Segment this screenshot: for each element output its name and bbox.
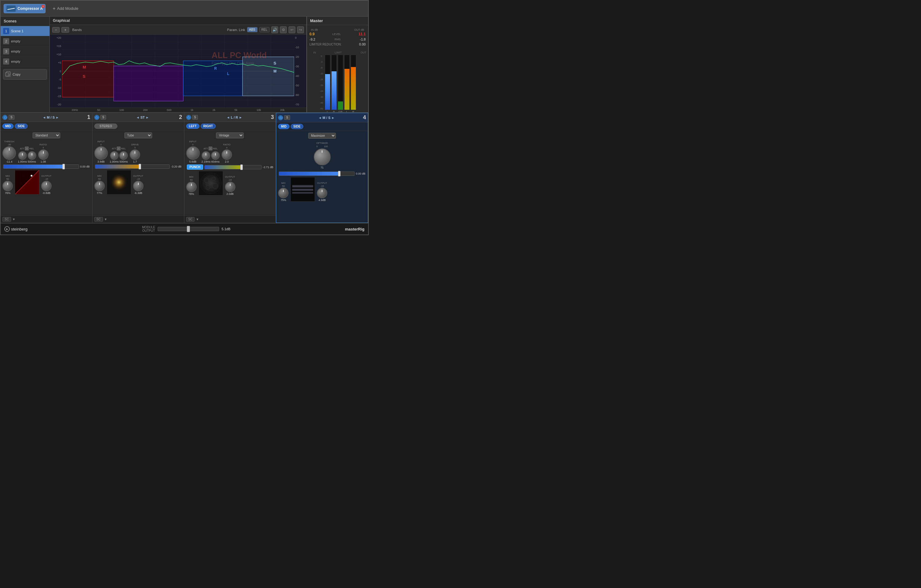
module-3-mix-knob[interactable] [186,182,197,192]
module-1-fader[interactable] [3,165,79,169]
module-2-fader[interactable] [95,165,170,169]
module-2-auto-btn[interactable]: A [117,147,120,150]
module-3-rel-knob[interactable] [211,151,220,160]
module-4-type-select[interactable]: Maximizer [308,133,336,138]
module-1-rel-knob[interactable] [28,151,36,160]
svg-text:M: M [83,65,86,70]
module-3-mode-buttons: LEFT RIGHT [184,122,276,130]
meter-bar-GR [338,101,343,110]
module-3-right-button[interactable]: RIGHT [201,124,216,129]
module-3-fader[interactable] [204,165,262,169]
module-1-mid-button[interactable]: MID [2,124,13,129]
abs-button[interactable]: ABS [247,27,257,32]
module-1-power-button[interactable]: ⏻ [2,115,7,120]
module-4-fader-value: 0.00 dB [356,172,365,175]
module-1-thresh-ratio: THRESH -30 -11.4 ATT A REL [2,140,90,163]
module-3-auto-btn[interactable]: A [209,147,212,150]
module-2-drive-knob[interactable] [130,149,140,160]
module-4-power-button[interactable]: ⏻ [278,115,283,120]
module-2-input-knob[interactable] [94,146,108,160]
redo-icon[interactable]: ↪ [297,26,304,33]
gear-icon[interactable]: ⚙ [280,26,287,33]
module-2-nav-left[interactable]: ◄ [136,116,140,119]
scene-item-4[interactable]: 4 empty [1,57,49,67]
module-1-side-button[interactable]: SIDE [15,124,28,129]
svg-text:ALL PC World: ALL PC World [212,51,267,60]
module-2-s-button[interactable]: S [101,115,106,120]
module-4-output-knob[interactable] [317,188,327,198]
module-4-optimize-knob[interactable] [314,148,331,165]
module-2-sc-arrow[interactable]: ▼ [104,218,107,221]
module-4-nav-left[interactable]: ◄ [318,116,322,120]
module-2-sc-button[interactable]: SC [94,217,103,222]
module-4-mix-knob[interactable] [278,188,288,198]
module-3-sc-arrow[interactable]: ▼ [196,218,199,221]
module-2-output-knob[interactable] [133,181,143,191]
module-2-stereo-button[interactable]: STEREO [94,124,117,129]
module-4-side-button[interactable]: SIDE [291,124,303,129]
module-3-nav-right[interactable]: ► [239,116,242,119]
module-2-header: ⏻ S ◄ ST ► 2 [93,113,184,122]
module-1-mode-text: M / S [47,116,55,119]
module-1-att-knob[interactable] [18,151,27,160]
module-3-output-knob[interactable] [225,182,235,192]
module-3-nav-left[interactable]: ◄ [226,116,230,119]
module-4-fader[interactable] [279,171,355,176]
module-1-fader-row: 0.00 dB [2,165,90,169]
module-1-sc-arrow[interactable]: ▼ [12,218,15,221]
scene-item-1[interactable]: 1 Scene 1 [1,26,49,36]
rel-button[interactable]: REL [259,27,270,32]
module-1-sc-button[interactable]: SC [2,217,11,222]
module-1-number: 1 [87,114,90,121]
module-4-nav-right[interactable]: ► [331,116,335,120]
module-3-s-button[interactable]: S [192,115,198,120]
module-2-rel-knob[interactable] [119,151,128,160]
module-3-sc-button[interactable]: SC [186,217,195,222]
module-3-power-button[interactable]: ⏻ [186,115,191,120]
module-4-header: ⏻ S ◄ M / S ► 4 [276,113,368,122]
eq-plus-button[interactable]: + [62,27,69,33]
scene-item-3[interactable]: 3 empty [1,46,49,57]
module-3-type-select[interactable]: Vintage [216,132,244,138]
module-1-nav-left[interactable]: ◄ [42,116,46,119]
module-2-type-select[interactable]: Tube [124,132,152,138]
module-1-s-button[interactable]: S [8,115,15,120]
module-1-thresh-knob[interactable] [2,146,16,160]
level-row: 0.9 LEVEL 11.1 [309,32,366,36]
module-1-auto-btn[interactable]: A [25,147,29,150]
module-1-mix-knob[interactable] [2,181,13,191]
meter-bar-L-in [325,74,330,110]
module-3-att-knob[interactable] [202,151,210,160]
module-1-ratio-knob[interactable] [38,149,49,160]
module-3-punch-button[interactable]: PUNCH [187,165,203,170]
undo-icon[interactable]: ↩ [288,26,295,33]
svg-point-46 [212,177,215,181]
module-4-s-button[interactable]: S [284,115,290,120]
module-1-type-select[interactable]: Standard [33,132,60,138]
module-2-nav-right[interactable]: ► [146,116,149,119]
meter-bar-R-out [351,67,356,110]
add-module-button[interactable]: + Add Module [50,5,81,13]
copy-button[interactable]: Copy [3,69,47,80]
module-2-power-button[interactable]: ⏻ [94,115,99,120]
rms-row: -9.2 RMS -1.8 [309,37,366,41]
eq-minus-button[interactable]: − [52,27,60,33]
module-3-ratio-knob[interactable] [221,149,232,160]
module-output-fader[interactable] [158,227,219,231]
module-3-input-ratio: INPUT 0 5.6dB ATT A REL [186,140,274,163]
scene-item-2[interactable]: 2 empty [1,36,49,46]
module-3-left-button[interactable]: LEFT [186,124,199,129]
module-2-att-knob[interactable] [110,151,119,160]
module-1-nav-right[interactable]: ► [55,116,59,119]
speaker-icon[interactable]: 🔊 [271,26,278,33]
module-4-mid-button[interactable]: MID [278,124,289,129]
eq-svg: M S R L S M [62,35,294,108]
logo-play-icon: ▶ [4,226,10,232]
module-2-mix-knob[interactable] [94,181,105,191]
module-3-input-knob[interactable] [186,146,200,160]
module-1-output-knob[interactable] [41,181,52,191]
module-tab[interactable]: × Compressor A [4,4,46,13]
close-icon[interactable]: × [41,5,45,8]
meter-L-in: L [325,55,330,112]
modules-section: ⏻ S ◄ M / S ► 1 MID SIDE Standard [1,112,368,223]
